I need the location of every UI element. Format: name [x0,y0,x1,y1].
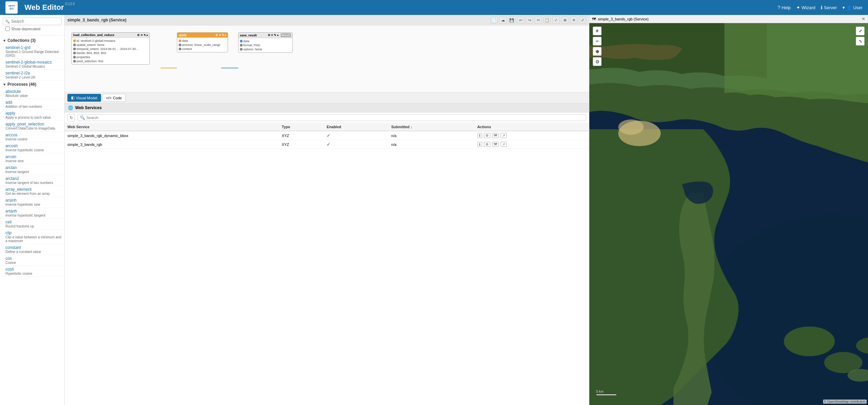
cut-button[interactable]: ✂ [535,16,542,24]
service-share-btn-2[interactable]: ↗ [501,142,507,147]
sidebar-item-arctan2[interactable]: arctan2 Inverse tangent of two numbers [0,175,64,186]
service-submitted-2: n/a [389,140,475,149]
zoom-reset-button[interactable]: ⊙ [593,57,602,66]
help-link[interactable]: ? Help [777,5,791,10]
node-dot-save-options [240,48,243,51]
content-area: simple_3_bands_rgb (Service) 📄 ☁ 💾 ↩ ↪ ✂… [65,15,868,405]
node-dot-save-data [240,40,243,43]
node-dot-save-format [240,44,243,47]
tab-visual-model[interactable]: ◧ Visual Model [67,94,101,102]
service-map-btn-1[interactable]: 🗺 [492,133,499,138]
map-close-button[interactable]: ✕ [862,16,865,21]
sidebar-item-array-element[interactable]: array_element Get an element from an arr… [0,186,64,197]
map-expand-button[interactable]: ⤢ [856,27,865,35]
fullscreen-button[interactable]: ⤢ [579,16,586,24]
undo-button[interactable]: ↩ [517,16,524,24]
show-deprecated-checkbox[interactable] [5,27,10,31]
logo-text: openEO [8,4,15,11]
service-map-btn-2[interactable]: 🗺 [492,142,499,147]
node-load-collection[interactable]: load_collection_and_reduce ⚙ ✕ ✎ ▸ id: s… [71,32,150,65]
sidebar-item-sentinel1grd[interactable]: sentinel-1-grd Sentinel-1 Ground Range D… [0,44,64,59]
wizard-link[interactable]: ✦ Wizard [796,5,815,10]
sidebar-item-arctan[interactable]: arctan Inverse tangent [0,164,64,175]
map-corner-controls: ⤢ ⤡ [856,27,865,46]
table-row: simple_3_bands_rgb XYZ ✓ n/a ℹ ⚙ 🗺 ↗ [65,140,589,149]
node-load-title: load_collection_and_reduce [73,33,114,37]
zoom-in-button[interactable]: + [593,27,602,35]
sidebar-item-arccos[interactable]: arccos Inverse cosine [0,132,64,142]
services-panel: 🌐 Web Services ↻ 🔍 Web Service [65,103,589,405]
sidebar-item-absolute[interactable]: absolute Absolute value [0,88,64,99]
node-load-body: id: sentinel-2-global-mosaics spatial_ex… [72,38,149,64]
sidebar: 🔍 Show deprecated ▼ Collections (3) sent… [0,15,65,405]
close-editor-button[interactable]: ✕ [570,16,577,24]
node-save-result[interactable]: save_result ⚙ ✕ ✎ ▸ Result data [238,32,293,53]
sidebar-item-ceil[interactable]: ceil Round fractions up [0,219,64,230]
sidebar-item-arsinh[interactable]: arsinh Inverse hyperbolic sine [0,197,64,208]
locate-button[interactable]: ⊕ [593,47,602,56]
processes-section-header[interactable]: ▼ Processes (46) [0,81,64,88]
service-settings-btn-1[interactable]: ⚙ [484,133,490,138]
sidebar-item-arcsin[interactable]: arcsin Inverse sine [0,153,64,164]
sidebar-item-artanh[interactable]: artanh Inverse hyperbolic tangent [0,208,64,219]
server-link[interactable]: ℹ Server [821,5,837,10]
services-search-icon: 🔍 [80,115,85,120]
redo-button[interactable]: ↪ [526,16,533,24]
services-search-input[interactable] [86,116,584,120]
header-nav: ? Help ✦ Wizard ℹ Server ▾ 👤 User [777,5,863,10]
col-web-service[interactable]: Web Service [65,123,279,131]
collections-section-header[interactable]: ▼ Collections (3) [0,37,64,44]
col-type[interactable]: Type [279,123,324,131]
service-settings-btn-2[interactable]: ⚙ [484,142,490,147]
sidebar-item-constant[interactable]: constant Define a constant value [0,244,64,255]
node-apply-field-process: process: linear_scale_range [179,43,226,47]
sidebar-item-sentinel2mosaics[interactable]: sentinel-2-global-mosaics Sentinel-2 Glo… [0,59,64,70]
save-button[interactable]: 💾 [508,16,515,24]
services-refresh-button[interactable]: ↻ [67,114,75,121]
show-deprecated-row: Show deprecated [3,25,62,32]
services-search-wrapper: 🔍 [78,114,586,121]
sidebar-item-apply[interactable]: apply Apply a process to each value [0,110,64,121]
app-header: openEO Web Editor 0.13.0 ? Help ✦ Wizard… [0,0,868,15]
col-enabled[interactable]: Enabled [324,123,389,131]
service-info-btn-1[interactable]: ℹ [477,133,482,138]
sidebar-item-apply-pixel-selection[interactable]: apply_pixel_selection Convert DataCube t… [0,121,64,132]
sidebar-item-cos[interactable]: cos Cosine [0,255,64,266]
svg-point-4 [784,326,835,356]
map-controls: + − ⊕ ⊙ [593,27,602,66]
user-menu[interactable]: ▾ 👤 User [842,5,863,10]
services-table-body: simple_3_bands_rgb_dynamic_bbox XYZ ✓ n/… [65,131,589,149]
center-panel: simple_3_bands_rgb (Service) 📄 ☁ 💾 ↩ ↪ ✂… [65,15,589,405]
node-save-field-format: format: PNG [240,43,291,47]
sidebar-item-arcosh[interactable]: arcosh Inverse hyperbolic cosine [0,142,64,153]
sidebar-item-sentinel2l2a[interactable]: sentinel-2-l2a Sentinel-2 Level-2A [0,70,64,81]
paste-button[interactable]: 📋 [543,16,551,24]
map-scale: 5 km [596,390,617,395]
tab-code[interactable]: </> Code [102,94,126,102]
node-apply[interactable]: apply ⚙ ✕ ✎ ▸ data process: linear_scale… [177,32,228,52]
validate-button[interactable]: ✓ [552,16,560,24]
map-container[interactable]: + − ⊕ ⊙ ⤢ ⤡ 5 km © OpenStreetMap contrib… [589,23,868,405]
node-apply-controls: ⚙ ✕ ✎ ▸ [215,34,226,37]
add-node-button[interactable]: ⊕ [561,16,569,24]
zoom-out-button[interactable]: − [593,37,602,46]
services-toolbar: ↻ 🔍 [65,113,589,123]
new-button[interactable]: 📄 [490,16,498,24]
process-canvas[interactable]: load_collection_and_reduce ⚙ ✕ ✎ ▸ id: s… [65,26,589,92]
col-submitted[interactable]: Submitted ↓ [389,123,475,131]
scale-bar [596,394,617,395]
map-fullscreen-button[interactable]: ⤡ [856,37,865,46]
code-icon: </> [106,96,112,100]
check-icon-1: ✓ [327,133,330,138]
node-dot-apply-context [179,48,181,50]
sidebar-item-clip[interactable]: clip Clip a value between a minimum and … [0,230,64,244]
service-share-btn-1[interactable]: ↗ [501,133,507,138]
upload-button[interactable]: ☁ [499,16,507,24]
sidebar-item-cosh[interactable]: cosh Hyperbolic cosine [0,266,64,277]
search-input[interactable] [11,19,59,24]
user-label: User [853,5,863,10]
chevron-icon: ▾ [842,5,845,10]
services-table: Web Service Type Enabled Submitted ↓ Act… [65,123,589,149]
sidebar-item-add[interactable]: add Addition of two numbers [0,99,64,110]
service-info-btn-2[interactable]: ℹ [477,142,482,147]
